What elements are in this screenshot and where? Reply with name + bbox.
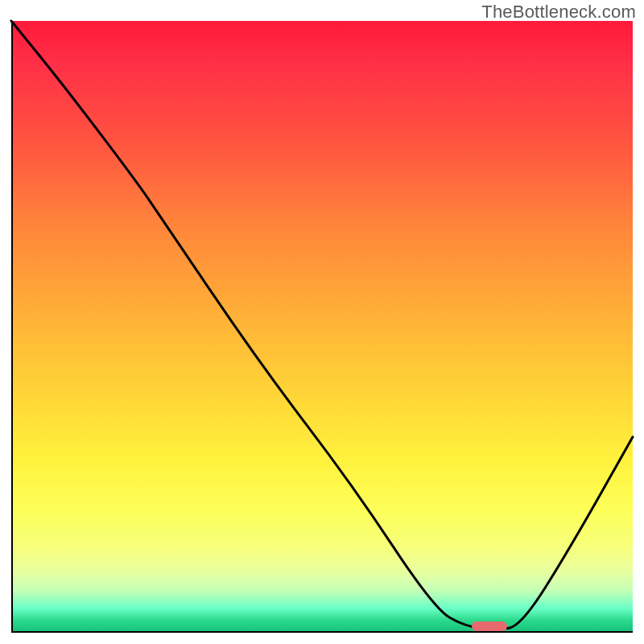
bottleneck-curve	[11, 21, 633, 633]
plot-area	[11, 21, 633, 633]
optimal-region-marker	[472, 621, 507, 631]
chart-stage: TheBottleneck.com	[0, 0, 644, 644]
curve-path	[11, 21, 633, 629]
watermark-text: TheBottleneck.com	[481, 2, 636, 23]
x-axis-line	[11, 631, 633, 633]
y-axis-line	[11, 21, 13, 633]
